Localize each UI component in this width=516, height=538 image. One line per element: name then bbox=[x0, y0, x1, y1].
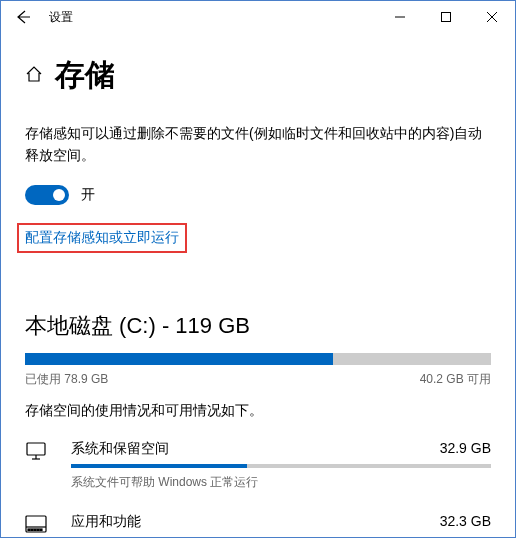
page-title: 存储 bbox=[55, 55, 115, 96]
category-row[interactable]: 系统和保留空间32.9 GB系统文件可帮助 Windows 正常运行 bbox=[25, 440, 491, 491]
configure-storage-sense-link[interactable]: 配置存储感知或立即运行 bbox=[17, 223, 187, 253]
toggle-label: 开 bbox=[81, 186, 95, 204]
disk-heading: 本地磁盘 (C:) - 119 GB bbox=[25, 311, 491, 341]
category-body: 系统和保留空间32.9 GB系统文件可帮助 Windows 正常运行 bbox=[71, 440, 491, 491]
storage-sense-toggle[interactable] bbox=[25, 185, 69, 205]
category-hint: 系统文件可帮助 Windows 正常运行 bbox=[71, 474, 491, 491]
toggle-knob bbox=[53, 189, 65, 201]
disk-usage-bar bbox=[25, 353, 491, 365]
category-row[interactable]: 应用和功能32.3 GB卸载未使用或不想要的应用和功能 bbox=[25, 513, 491, 538]
category-size: 32.9 GB bbox=[440, 440, 491, 456]
page-header: 存储 bbox=[25, 55, 491, 96]
disk-sub-description: 存储空间的使用情况和可用情况如下。 bbox=[25, 402, 491, 420]
storage-sense-toggle-row: 开 bbox=[25, 185, 491, 205]
window-buttons bbox=[377, 1, 515, 33]
svg-rect-10 bbox=[31, 529, 33, 531]
minimize-button[interactable] bbox=[377, 1, 423, 33]
svg-rect-4 bbox=[27, 443, 45, 455]
category-name: 系统和保留空间 bbox=[71, 440, 169, 458]
svg-rect-1 bbox=[442, 13, 451, 22]
disk-stats: 已使用 78.9 GB 40.2 GB 可用 bbox=[25, 371, 491, 388]
disk-free-label: 40.2 GB 可用 bbox=[420, 371, 491, 388]
category-body: 应用和功能32.3 GB卸载未使用或不想要的应用和功能 bbox=[71, 513, 491, 538]
svg-rect-13 bbox=[40, 529, 42, 531]
svg-rect-11 bbox=[34, 529, 36, 531]
close-button[interactable] bbox=[469, 1, 515, 33]
storage-sense-description: 存储感知可以通过删除不需要的文件(例如临时文件和回收站中的内容)自动释放空间。 bbox=[25, 122, 491, 167]
titlebar: 设置 bbox=[1, 1, 515, 33]
svg-rect-12 bbox=[37, 529, 39, 531]
category-bar-fill bbox=[71, 464, 247, 468]
back-button[interactable] bbox=[9, 3, 37, 31]
home-icon[interactable] bbox=[25, 65, 43, 87]
close-icon bbox=[487, 12, 497, 22]
category-size: 32.3 GB bbox=[440, 513, 491, 529]
category-bar bbox=[71, 464, 491, 468]
category-name: 应用和功能 bbox=[71, 513, 141, 531]
svg-rect-9 bbox=[28, 529, 30, 531]
maximize-button[interactable] bbox=[423, 1, 469, 33]
disk-usage-fill bbox=[25, 353, 333, 365]
category-icon bbox=[25, 515, 49, 537]
maximize-icon bbox=[441, 12, 451, 22]
category-icon bbox=[25, 442, 49, 464]
disk-used-label: 已使用 78.9 GB bbox=[25, 371, 108, 388]
window-title: 设置 bbox=[49, 9, 73, 26]
arrow-left-icon bbox=[15, 9, 31, 25]
minimize-icon bbox=[395, 12, 405, 22]
